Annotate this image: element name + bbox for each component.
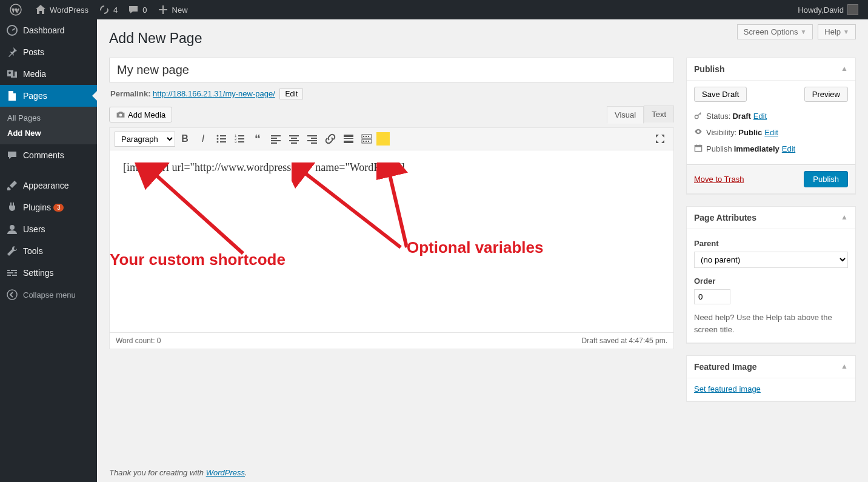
- annotation-arrow-url: [292, 162, 413, 259]
- align-left-icon: [270, 133, 282, 145]
- add-media-label: Add Media: [128, 110, 165, 119]
- edit-visibility-link[interactable]: Edit: [764, 128, 778, 137]
- wp-logo[interactable]: [5, 0, 30, 19]
- bold-button[interactable]: B: [176, 130, 193, 147]
- chevron-down-icon: ▼: [843, 28, 849, 35]
- nav-settings[interactable]: Settings: [0, 262, 97, 284]
- chevron-down-icon: ▼: [800, 28, 806, 35]
- collapse-label: Collapse menu: [23, 290, 76, 300]
- blockquote-button[interactable]: “: [249, 130, 266, 147]
- svg-rect-29: [311, 142, 317, 144]
- save-draft-button[interactable]: Save Draft: [694, 87, 747, 102]
- svg-point-3: [10, 225, 15, 230]
- edit-schedule-link[interactable]: Edit: [782, 144, 795, 153]
- nav-posts[interactable]: Posts: [0, 41, 97, 63]
- permalink-label: Permalink:: [110, 89, 150, 98]
- nav-users[interactable]: Users: [0, 218, 97, 240]
- number-list-button[interactable]: 123: [231, 130, 248, 147]
- editor-body[interactable]: [image-url url="http://www.wordpress.org…: [110, 150, 673, 332]
- nav-plugins[interactable]: Plugins 3: [0, 196, 97, 218]
- publish-title: Publish: [694, 64, 725, 74]
- edit-permalink-button[interactable]: Edit: [279, 89, 303, 99]
- site-home-link[interactable]: WordPress: [30, 0, 93, 19]
- nav-pages[interactable]: Pages: [0, 85, 97, 107]
- subnav-add-new[interactable]: Add New: [0, 126, 97, 141]
- parent-select[interactable]: (no parent): [694, 252, 848, 268]
- key-icon: [694, 111, 703, 119]
- svg-rect-38: [363, 141, 364, 142]
- svg-rect-20: [271, 140, 281, 141]
- svg-point-4: [7, 290, 17, 300]
- collapse-menu-button[interactable]: Collapse menu: [0, 284, 97, 306]
- svg-rect-43: [695, 146, 701, 147]
- preview-button[interactable]: Preview: [804, 87, 848, 102]
- parent-label: Parent: [694, 239, 848, 248]
- footer-wp-link[interactable]: WordPress: [206, 468, 245, 477]
- page-title-input[interactable]: [109, 58, 674, 82]
- link-button[interactable]: [322, 130, 339, 147]
- eye-icon: [694, 127, 703, 136]
- annotation-arrow-left: [134, 162, 255, 259]
- featured-metabox-header[interactable]: Featured Image ▲: [687, 356, 855, 378]
- sidebar-metaboxes: Publish ▲ Save Draft Preview Status: Dra…: [686, 58, 856, 413]
- chevron-up-icon: ▲: [841, 213, 848, 223]
- nav-appearance[interactable]: Appearance: [0, 175, 97, 196]
- edit-status-link[interactable]: Edit: [753, 112, 767, 121]
- set-featured-image-link[interactable]: Set featured image: [694, 384, 761, 393]
- brush-icon: [6, 179, 18, 192]
- toolbar-toggle-button[interactable]: [358, 130, 375, 147]
- footer-prefix: Thank you for creating with: [109, 468, 206, 477]
- nav-media[interactable]: Media: [0, 63, 97, 85]
- svg-rect-13: [238, 135, 244, 136]
- attributes-metabox-header[interactable]: Page Attributes ▲: [687, 207, 855, 229]
- user-name: David: [824, 5, 844, 15]
- align-left-button[interactable]: [267, 130, 284, 147]
- plugins-update-badge: 3: [53, 204, 64, 212]
- screen-options-button[interactable]: Screen Options▼: [737, 24, 813, 39]
- publish-button[interactable]: Publish: [804, 171, 848, 187]
- publish-metabox: Publish ▲ Save Draft Preview Status: Dra…: [686, 58, 856, 194]
- svg-point-2: [8, 72, 11, 74]
- permalink-row: Permalink: http://188.166.21.31/my-new-p…: [110, 89, 674, 99]
- nav-comments[interactable]: Comments: [0, 144, 97, 166]
- note-button[interactable]: [376, 132, 390, 146]
- admin-footer: Thank you for creating with WordPress.: [109, 468, 856, 477]
- svg-rect-40: [368, 141, 369, 142]
- more-button[interactable]: [340, 130, 357, 147]
- help-button[interactable]: Help▼: [818, 24, 856, 39]
- dashboard-icon: [6, 24, 18, 36]
- svg-rect-28: [307, 140, 317, 141]
- move-to-trash-link[interactable]: Move to Trash: [694, 175, 744, 184]
- calendar-icon: [694, 144, 703, 152]
- chevron-up-icon: ▲: [841, 362, 848, 372]
- comments-link[interactable]: 0: [122, 0, 152, 19]
- permalink-url[interactable]: http://188.166.21.31/my-new-page/: [153, 89, 275, 98]
- add-media-button[interactable]: Add Media: [109, 107, 172, 122]
- svg-rect-19: [271, 138, 277, 139]
- bullet-list-button[interactable]: [213, 130, 230, 147]
- align-center-button[interactable]: [285, 130, 302, 147]
- subnav-all-pages[interactable]: All Pages: [0, 110, 97, 126]
- fullscreen-button[interactable]: [652, 130, 669, 147]
- italic-button[interactable]: I: [195, 130, 212, 147]
- format-dropdown[interactable]: Paragraph: [115, 132, 175, 147]
- updates-link[interactable]: 4: [93, 0, 122, 19]
- link-icon: [324, 133, 336, 145]
- publish-metabox-header[interactable]: Publish ▲: [687, 58, 855, 81]
- svg-point-8: [217, 138, 219, 140]
- attributes-help-text: Need help? Use the Help tab above the sc…: [694, 312, 848, 335]
- svg-rect-26: [307, 135, 317, 136]
- wrench-icon: [6, 245, 18, 257]
- plugin-icon: [6, 201, 18, 213]
- svg-rect-22: [289, 135, 299, 136]
- order-input[interactable]: [694, 289, 730, 304]
- user-menu[interactable]: Howdy, David: [793, 0, 863, 19]
- tab-visual[interactable]: Visual: [607, 106, 644, 124]
- nav-tools[interactable]: Tools: [0, 240, 97, 262]
- align-right-button[interactable]: [304, 130, 321, 147]
- help-label-text: Help: [824, 27, 841, 36]
- nav-dashboard[interactable]: Dashboard: [0, 19, 97, 41]
- new-content-link[interactable]: New: [152, 0, 193, 19]
- tab-text[interactable]: Text: [644, 105, 674, 122]
- nav-tools-label: Tools: [23, 246, 43, 256]
